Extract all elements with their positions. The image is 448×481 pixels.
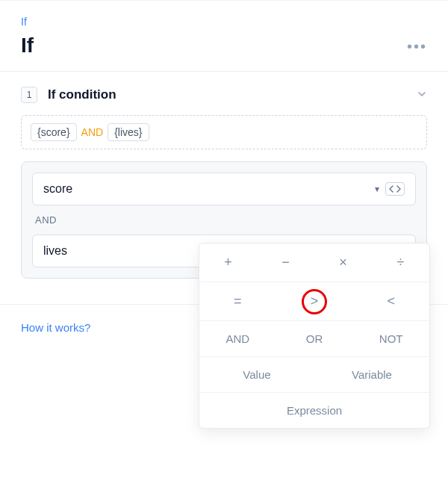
- compare-row: = > <: [199, 282, 429, 321]
- op-expression[interactable]: Expression: [199, 393, 429, 428]
- op-and[interactable]: AND: [199, 321, 276, 356]
- step-number-badge: 1: [21, 87, 37, 103]
- op-minus[interactable]: −: [257, 243, 314, 282]
- arithmetic-row: + − × ÷: [199, 243, 429, 282]
- dropdown-caret-icon[interactable]: ▾: [375, 184, 379, 194]
- input-value: lives: [43, 244, 67, 258]
- op-plus[interactable]: +: [199, 243, 257, 282]
- op-multiply[interactable]: ×: [314, 243, 372, 282]
- condition-input-1[interactable]: score ▾: [32, 173, 416, 205]
- operator-picker-popup: + − × ÷ = > < AND OR NOT Value Variable …: [199, 243, 430, 429]
- op-variable[interactable]: Variable: [314, 357, 429, 392]
- section-title: If condition: [48, 87, 406, 102]
- op-less-than[interactable]: <: [352, 282, 429, 320]
- section-header[interactable]: 1 If condition: [21, 87, 427, 103]
- variable-chip-score[interactable]: {score}: [31, 123, 77, 141]
- input-value: score: [43, 182, 72, 196]
- op-not[interactable]: NOT: [352, 321, 429, 356]
- chevron-down-icon[interactable]: [417, 89, 427, 102]
- op-greater-than[interactable]: >: [276, 282, 353, 320]
- expression-preview: {score} AND {lives}: [21, 115, 427, 149]
- code-toggle-button[interactable]: [385, 182, 405, 196]
- expression-row: Expression: [199, 393, 429, 428]
- page-title: If: [21, 34, 427, 58]
- page-header: If If •••: [0, 0, 448, 72]
- op-value[interactable]: Value: [199, 357, 314, 392]
- value-variable-row: Value Variable: [199, 357, 429, 393]
- op-or[interactable]: OR: [276, 321, 353, 356]
- op-divide[interactable]: ÷: [372, 243, 429, 282]
- breadcrumb[interactable]: If: [21, 16, 427, 28]
- logic-row: AND OR NOT: [199, 321, 429, 357]
- more-menu-button[interactable]: •••: [407, 38, 427, 55]
- operator-chip-and: AND: [81, 126, 104, 138]
- variable-chip-lives[interactable]: {lives}: [108, 123, 149, 141]
- op-equals[interactable]: =: [199, 282, 276, 320]
- connector-label: AND: [32, 205, 416, 235]
